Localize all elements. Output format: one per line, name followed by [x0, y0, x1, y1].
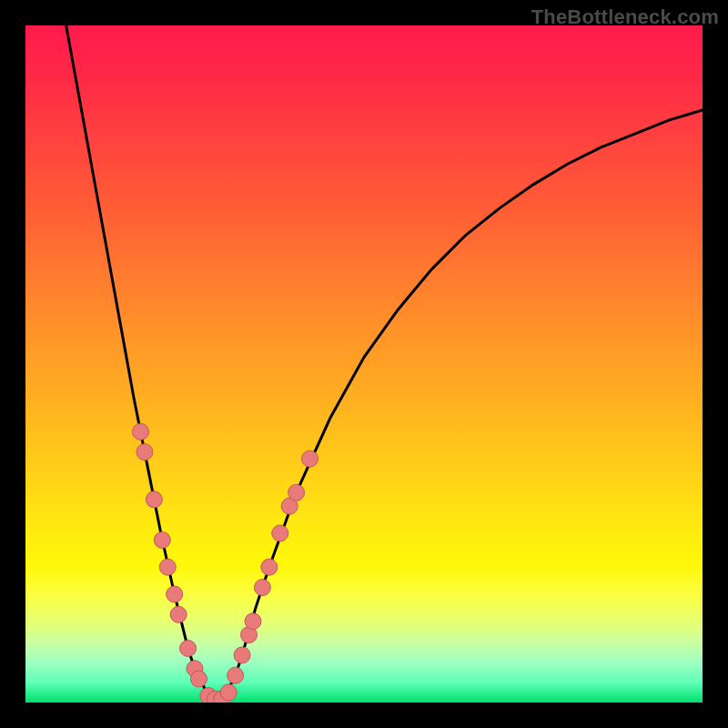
data-marker: [132, 423, 148, 440]
curve-layer: [66, 25, 703, 703]
data-marker: [301, 450, 318, 467]
data-marker: [254, 580, 270, 596]
data-marker: [167, 586, 183, 602]
data-marker: [234, 647, 250, 663]
data-marker: [146, 491, 162, 508]
chart-plot-area: [25, 25, 703, 703]
curve-right-branch: [215, 110, 703, 703]
data-marker: [220, 684, 237, 701]
data-marker: [190, 671, 207, 687]
data-marker: [180, 640, 197, 656]
data-marker: [272, 525, 288, 541]
data-marker: [288, 484, 305, 500]
data-marker: [154, 531, 170, 548]
curve-left-branch: [66, 25, 216, 703]
data-marker: [245, 613, 261, 630]
data-marker: [159, 559, 176, 575]
marker-layer: [132, 423, 318, 703]
chart-frame: TheBottleneck.com: [0, 0, 728, 728]
data-marker: [170, 606, 187, 622]
chart-svg: [25, 25, 703, 703]
data-marker: [261, 559, 278, 575]
watermark-label: TheBottleneck.com: [531, 5, 719, 29]
data-marker: [136, 444, 153, 460]
data-marker: [228, 667, 244, 683]
